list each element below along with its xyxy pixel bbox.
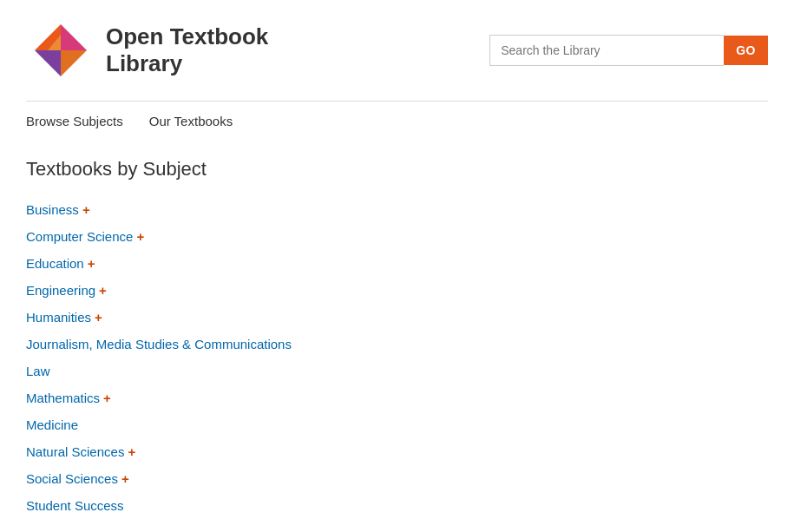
search-go-button[interactable]: GO <box>724 36 768 65</box>
list-item: Journalism, Media Studies & Communicatio… <box>26 331 768 358</box>
list-item: Student Success <box>26 492 768 519</box>
expand-plus-engineering[interactable]: + <box>99 283 107 298</box>
list-item: Engineering+ <box>26 277 768 304</box>
logo-text: Open Textbook Library <box>106 23 268 77</box>
search-input[interactable] <box>489 35 724 66</box>
subject-link-social-sciences[interactable]: Social Sciences <box>26 471 118 486</box>
expand-plus-natural-sciences[interactable]: + <box>128 444 135 459</box>
subject-link-student-success[interactable]: Student Success <box>26 498 124 513</box>
search-area: GO <box>489 35 768 66</box>
list-item: Social Sciences+ <box>26 465 768 492</box>
subject-link-medicine[interactable]: Medicine <box>26 417 78 432</box>
list-item: Education+ <box>26 250 768 277</box>
subject-link-business[interactable]: Business <box>26 202 79 217</box>
list-item: Computer Science+ <box>26 223 768 250</box>
list-item: Business+ <box>26 196 768 223</box>
site-header: Open Textbook Library GO <box>0 0 794 101</box>
list-item: Mathematics+ <box>26 384 768 411</box>
logo-svg <box>26 16 95 85</box>
svg-marker-2 <box>35 50 61 76</box>
subject-link-law[interactable]: Law <box>26 364 50 378</box>
expand-plus-social-sciences[interactable]: + <box>121 471 129 486</box>
nav-browse-subjects[interactable]: Browse Subjects <box>26 114 123 128</box>
subject-link-humanities[interactable]: Humanities <box>26 310 91 325</box>
list-item: Humanities+ <box>26 304 768 331</box>
list-item: Law <box>26 358 768 384</box>
page-title: Textbooks by Subject <box>26 158 768 181</box>
subject-link-natural-sciences[interactable]: Natural Sciences <box>26 444 124 459</box>
list-item: Natural Sciences+ <box>26 438 768 465</box>
subject-list: Business+ Computer Science+ Education+ E… <box>26 196 768 519</box>
subject-link-education[interactable]: Education <box>26 256 84 271</box>
subject-link-engineering[interactable]: Engineering <box>26 283 95 298</box>
expand-plus-humanities[interactable]: + <box>95 310 102 325</box>
expand-plus-mathematics[interactable]: + <box>103 391 111 405</box>
svg-marker-3 <box>61 50 87 76</box>
subject-link-mathematics[interactable]: Mathematics <box>26 391 100 405</box>
logo-area: Open Textbook Library <box>26 16 268 85</box>
expand-plus-business[interactable]: + <box>82 202 90 217</box>
expand-plus-computer-science[interactable]: + <box>136 229 144 244</box>
subject-link-journalism[interactable]: Journalism, Media Studies & Communicatio… <box>26 337 292 351</box>
subject-link-computer-science[interactable]: Computer Science <box>26 229 133 244</box>
svg-marker-1 <box>61 24 87 50</box>
nav-our-textbooks[interactable]: Our Textbooks <box>149 114 233 128</box>
main-nav: Browse Subjects Our Textbooks <box>0 102 794 141</box>
main-content: Textbooks by Subject Business+ Computer … <box>0 141 794 532</box>
list-item: Medicine <box>26 411 768 438</box>
expand-plus-education[interactable]: + <box>88 256 95 271</box>
logo-icon <box>26 16 95 85</box>
